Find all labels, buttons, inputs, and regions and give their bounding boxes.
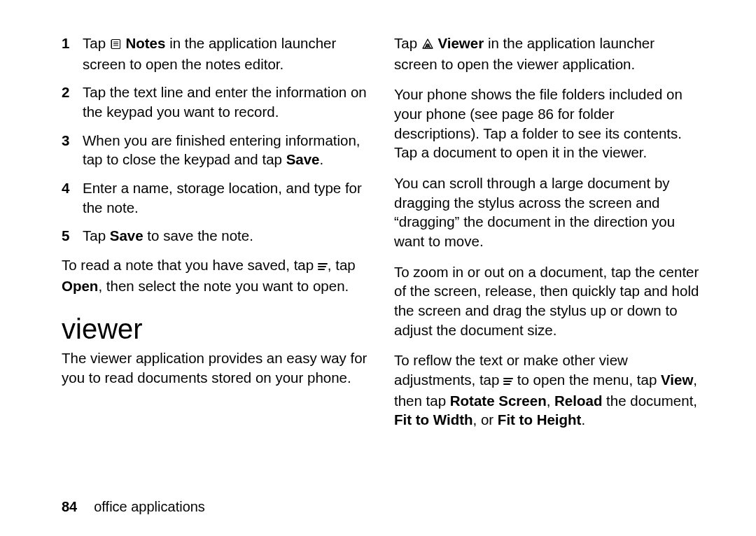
column-container: 1 Tap Notes in the application launcher … — [62, 34, 701, 493]
page-number: 84 — [62, 499, 77, 515]
step-number: 2 — [62, 83, 83, 102]
page-footer: 84 office applications — [62, 493, 701, 515]
step-text: Tap the text line and enter the informat… — [83, 83, 369, 121]
manual-page: 1 Tap Notes in the application launcher … — [0, 0, 756, 536]
step-2: 2 Tap the text line and enter the inform… — [62, 83, 369, 121]
viewer-icon — [421, 35, 434, 55]
rotate-screen-label: Rotate Screen — [450, 393, 547, 409]
step-text: Tap Notes in the application launcher sc… — [83, 34, 369, 73]
open-label: Open — [62, 278, 98, 294]
text: Tap — [394, 35, 421, 51]
step-1: 1 Tap Notes in the application launcher … — [62, 34, 369, 73]
section-name: office applications — [94, 499, 205, 515]
text: , — [547, 393, 554, 409]
reflow-paragraph: To reflow the text or make other view ad… — [394, 351, 701, 430]
viewer-launch-paragraph: Tap Viewer in the application launcher s… — [394, 34, 701, 73]
step-number: 1 — [62, 34, 83, 53]
text: to open the menu, tap — [517, 372, 661, 388]
viewer-description: The viewer application provides an easy … — [62, 348, 369, 387]
menu-icon — [318, 257, 328, 276]
step-4: 4 Enter a name, storage location, and ty… — [62, 178, 369, 217]
view-label: View — [661, 372, 693, 388]
notes-icon — [110, 35, 122, 55]
steps-list: 1 Tap Notes in the application launcher … — [62, 34, 369, 246]
text: the document, — [602, 393, 697, 409]
step-number: 4 — [62, 178, 83, 198]
fit-to-width-label: Fit to Width — [394, 411, 473, 428]
text: . — [320, 151, 324, 167]
step-text: When you are finished entering informati… — [83, 131, 369, 169]
text: To read a note that you have saved, tap — [62, 257, 318, 273]
fit-to-height-label: Fit to Height — [498, 411, 582, 428]
text: . — [581, 411, 585, 428]
step-5: 5 Tap Save to save the note. — [62, 226, 369, 246]
text: , or — [473, 411, 498, 428]
step-text: Enter a name, storage location, and type… — [83, 178, 369, 217]
menu-icon — [503, 372, 513, 391]
text: Tap — [83, 35, 110, 51]
step-3: 3 When you are finished entering informa… — [62, 131, 369, 169]
step-number: 3 — [62, 131, 83, 150]
viewer-heading: viewer — [62, 313, 369, 344]
zoom-paragraph: To zoom in or out on a document, tap the… — [394, 262, 701, 340]
step-text: Tap Save to save the note. — [83, 226, 369, 246]
save-label: Save — [110, 227, 144, 244]
right-column: Tap Viewer in the application launcher s… — [394, 34, 701, 493]
text: Tap — [83, 227, 110, 244]
step-number: 5 — [62, 226, 83, 246]
scroll-paragraph: You can scroll through a large document … — [394, 174, 701, 251]
reload-label: Reload — [554, 393, 602, 409]
text: , then select the note you want to open. — [98, 278, 349, 294]
text: , tap — [328, 257, 356, 273]
save-label: Save — [286, 151, 320, 167]
text: to save the note. — [144, 227, 253, 244]
notes-label: Notes — [125, 35, 165, 51]
viewer-label: Viewer — [438, 35, 484, 51]
read-note-paragraph: To read a note that you have saved, tap … — [62, 255, 369, 295]
left-column: 1 Tap Notes in the application launcher … — [62, 34, 369, 493]
folders-paragraph: Your phone shows the file folders includ… — [394, 85, 701, 162]
